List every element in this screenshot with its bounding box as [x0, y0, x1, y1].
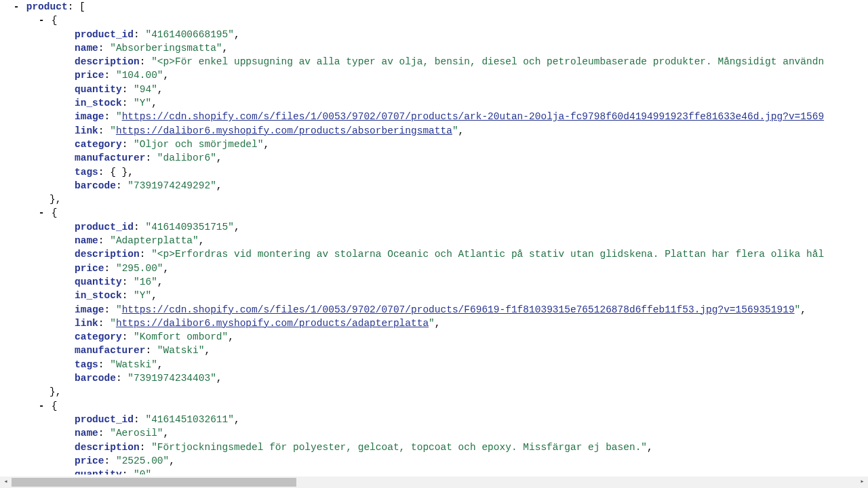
- object-close: },: [0, 192, 868, 206]
- field-product_id: product_id: "4161400668195",: [0, 28, 868, 41]
- field-barcode: barcode: "7391974234403",: [0, 371, 868, 385]
- field-image: image: "https://cdn.shopify.com/s/files/…: [0, 110, 868, 123]
- field-price: price: "295.00",: [0, 262, 868, 275]
- field-tags: tags: "Watski",: [0, 358, 868, 371]
- field-link: link: "https://dalibor6.myshopify.com/pr…: [0, 317, 868, 330]
- image-link[interactable]: https://cdn.shopify.com/s/files/1/0053/9…: [122, 304, 795, 315]
- field-category: category: "Komfort ombord",: [0, 330, 868, 344]
- field-description: description: "<p>För enkel uppsugning av…: [0, 55, 868, 68]
- scroll-right-icon[interactable]: ▸: [856, 476, 868, 488]
- collapse-icon[interactable]: -: [37, 399, 45, 413]
- field-description: description: "Förtjockningsmedel för pol…: [0, 441, 868, 454]
- field-in_stock: in_stock: "Y",: [0, 96, 868, 110]
- product-link[interactable]: https://dalibor6.myshopify.com/products/…: [116, 125, 452, 136]
- root-key-line: - product: [: [0, 0, 868, 14]
- field-name: name: "Absorberingsmatta",: [0, 41, 868, 55]
- field-quantity: quantity: "94",: [0, 83, 868, 96]
- collapse-icon[interactable]: -: [37, 206, 45, 220]
- collapse-icon[interactable]: -: [12, 0, 20, 14]
- object-open: - {: [0, 399, 868, 413]
- field-description: description: "<p>Erfordras vid montering…: [0, 247, 868, 261]
- field-manufacturer: manufacturer: "Watski",: [0, 344, 868, 357]
- horizontal-scrollbar[interactable]: ◂ ▸: [0, 476, 868, 488]
- field-in_stock: in_stock: "Y",: [0, 289, 868, 302]
- field-name: name: "Aerosil",: [0, 426, 868, 440]
- product-link[interactable]: https://dalibor6.myshopify.com/products/…: [116, 318, 429, 329]
- field-image: image: "https://cdn.shopify.com/s/files/…: [0, 303, 868, 317]
- field-product_id: product_id: "4161451032611",: [0, 413, 868, 426]
- scrollbar-thumb[interactable]: [12, 478, 296, 487]
- object-close: },: [0, 385, 868, 399]
- field-quantity: quantity: "0",: [0, 468, 868, 474]
- field-price: price: "2525.00",: [0, 454, 868, 468]
- field-manufacturer: manufacturer: "dalibor6",: [0, 151, 868, 165]
- object-open: - {: [0, 206, 868, 220]
- image-link[interactable]: https://cdn.shopify.com/s/files/1/0053/9…: [122, 111, 824, 122]
- object-open: - {: [0, 14, 868, 27]
- field-product_id: product_id: "4161409351715",: [0, 220, 868, 234]
- field-price: price: "104.00",: [0, 68, 868, 82]
- field-name: name: "Adapterplatta",: [0, 234, 868, 247]
- field-category: category: "Oljor och smörjmedel",: [0, 138, 868, 151]
- field-link: link: "https://dalibor6.myshopify.com/pr…: [0, 124, 868, 138]
- json-viewer: - product: [ - { product_id: "4161400668…: [0, 0, 868, 474]
- collapse-icon[interactable]: -: [37, 14, 45, 27]
- field-quantity: quantity: "16",: [0, 275, 868, 289]
- field-barcode: barcode: "7391974249292",: [0, 179, 868, 192]
- field-tags: tags: { },: [0, 165, 868, 179]
- scroll-left-icon[interactable]: ◂: [0, 476, 12, 488]
